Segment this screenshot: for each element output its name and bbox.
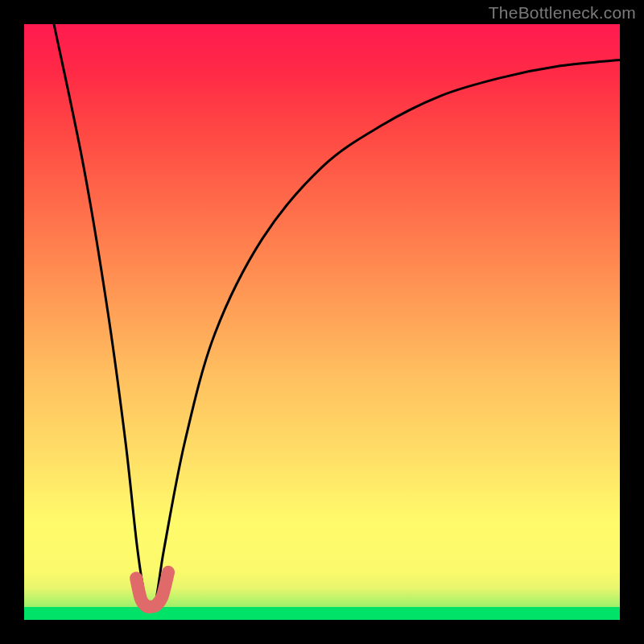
- bottleneck-curve: [54, 24, 620, 609]
- watermark-text: TheBottleneck.com: [489, 3, 636, 23]
- curve-layer: [24, 24, 620, 620]
- chart-frame: TheBottleneck.com: [0, 0, 644, 644]
- valley-marker: [136, 572, 168, 607]
- plot-area: [24, 24, 620, 620]
